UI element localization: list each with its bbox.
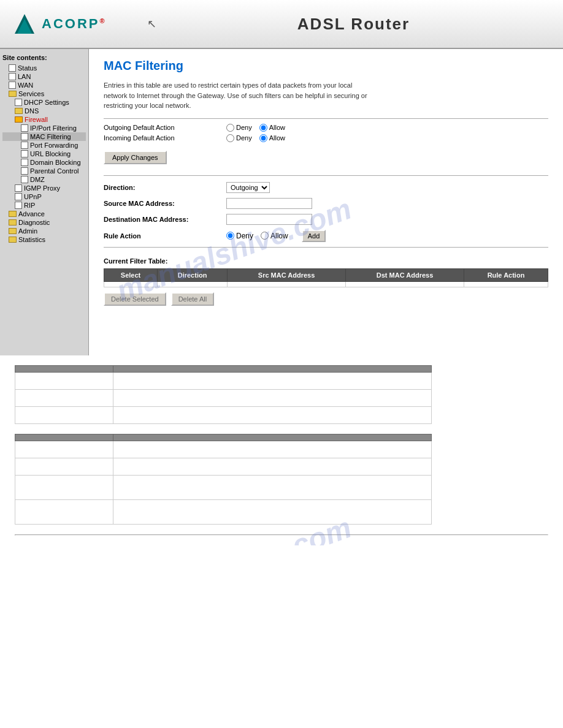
filter-table-title: Current Filter Table: — [104, 257, 548, 265]
page-icon — [21, 124, 28, 132]
rule-deny-input[interactable] — [226, 232, 234, 240]
extra-col2-header-2 — [113, 434, 431, 441]
page-icon — [21, 150, 28, 157]
page-icon — [9, 82, 16, 89]
incoming-allow-radio[interactable]: Allow — [259, 134, 285, 142]
sidebar: Site contents: Status LAN WAN Services D… — [0, 49, 89, 355]
add-button[interactable]: Add — [302, 230, 326, 242]
sidebar-item-rip[interactable]: RIP — [2, 201, 86, 210]
delete-all-button[interactable]: Delete All — [171, 292, 214, 306]
col-direction: Direction — [158, 268, 228, 281]
delete-selected-button[interactable]: Delete Selected — [104, 292, 166, 306]
rule-allow-input[interactable] — [261, 232, 269, 240]
outgoing-deny-label: Deny — [236, 124, 252, 131]
sidebar-item-wan[interactable]: WAN — [2, 81, 86, 89]
incoming-deny-input[interactable] — [226, 134, 234, 142]
logo-area: ACORP® — [12, 12, 135, 36]
sidebar-item-services[interactable]: Services — [2, 89, 86, 98]
rule-deny-radio[interactable]: Deny — [226, 232, 253, 240]
sidebar-item-diagnostic[interactable]: Diagnostic — [2, 218, 86, 227]
outgoing-deny-input[interactable] — [226, 124, 234, 132]
divider1 — [104, 118, 548, 119]
dst-mac-input[interactable] — [226, 214, 312, 225]
direction-select[interactable]: Outgoing Incoming — [226, 182, 270, 193]
footer-divider — [15, 534, 548, 536]
page-icon — [15, 184, 22, 192]
sidebar-item-statistics[interactable]: Statistics — [2, 235, 86, 244]
sidebar-item-mac[interactable]: MAC Filtering — [2, 132, 86, 141]
table-row — [104, 281, 548, 287]
col-rule-action: Rule Action — [464, 268, 548, 281]
rule-allow-radio[interactable]: Allow — [261, 232, 288, 240]
sidebar-label-igmp: IGMP Proxy — [24, 184, 60, 192]
incoming-radio-group: Deny Allow — [226, 134, 285, 142]
sidebar-item-dmz[interactable]: DMZ — [2, 175, 86, 184]
incoming-deny-label: Deny — [236, 134, 252, 142]
page-icon — [21, 133, 28, 140]
src-mac-input[interactable] — [226, 198, 312, 209]
extra-col1-header-2 — [15, 434, 113, 441]
sidebar-label-rip: RIP — [24, 202, 35, 209]
sidebar-item-firewall[interactable]: Firewall — [2, 115, 86, 124]
table-row — [15, 390, 432, 407]
sidebar-item-igmp[interactable]: IGMP Proxy — [2, 184, 86, 192]
sidebar-label-urlblocking: URL Blocking — [30, 150, 71, 157]
table-row — [15, 476, 432, 500]
outgoing-allow-radio[interactable]: Allow — [259, 124, 285, 132]
sidebar-item-urlblocking[interactable]: URL Blocking — [2, 150, 86, 158]
sidebar-item-upnp[interactable]: UPnP — [2, 192, 86, 201]
extra-table-section-2 — [15, 434, 548, 525]
col-src-mac: Src MAC Address — [228, 268, 346, 281]
page-icon — [21, 176, 28, 183]
direction-label: Direction: — [104, 184, 226, 191]
outgoing-deny-radio[interactable]: Deny — [226, 124, 252, 132]
page-icon — [15, 99, 22, 106]
content-area: MAC Filtering Entries in this table are … — [89, 49, 563, 355]
sidebar-item-ipport[interactable]: IP/Port Filtering — [2, 124, 86, 132]
incoming-allow-input[interactable] — [259, 134, 267, 142]
incoming-action-label: Incoming Default Action — [104, 134, 226, 142]
col-select: Select — [104, 268, 158, 281]
col-dst-mac: Dst MAC Address — [346, 268, 464, 281]
sidebar-label-advance: Advance — [18, 210, 45, 218]
sidebar-label-parental: Parental Control — [30, 167, 79, 175]
sidebar-label-domainblocking: Domain Blocking — [30, 159, 81, 166]
logo-text: ACORP® — [42, 16, 107, 32]
sidebar-label-dhcp: DHCP Settings — [24, 99, 69, 106]
extra-col2-header — [113, 366, 431, 373]
folder-icon — [9, 211, 17, 217]
table-row — [15, 407, 432, 424]
outgoing-allow-input[interactable] — [259, 124, 267, 132]
outgoing-action-label: Outgoing Default Action — [104, 124, 226, 131]
sidebar-item-domainblocking[interactable]: Domain Blocking — [2, 158, 86, 167]
rule-allow-label: Allow — [270, 232, 288, 240]
incoming-deny-radio[interactable]: Deny — [226, 134, 252, 142]
sidebar-item-lan[interactable]: LAN — [2, 72, 86, 81]
rule-action-label: Rule Action — [104, 232, 226, 240]
sidebar-item-advance[interactable]: Advance — [2, 210, 86, 218]
filter-table-section: Current Filter Table: Select Direction S… — [104, 257, 548, 306]
incoming-action-row: Incoming Default Action Deny Allow — [104, 134, 548, 142]
rule-deny-label: Deny — [236, 232, 253, 240]
page-icon — [15, 202, 22, 209]
outgoing-radio-group: Deny Allow — [226, 124, 285, 132]
folder-icon — [9, 237, 17, 243]
table-row — [15, 441, 432, 458]
sidebar-item-admin[interactable]: Admin — [2, 227, 86, 235]
table-row — [15, 500, 432, 525]
page-icon — [9, 73, 16, 80]
apply-changes-button[interactable]: Apply Changes — [104, 151, 167, 164]
sidebar-item-parental[interactable]: Parental Control — [2, 167, 86, 175]
sidebar-item-dns[interactable]: DNS — [2, 107, 86, 115]
sidebar-item-status[interactable]: Status — [2, 64, 86, 72]
page-header-title: ADSL Router — [156, 15, 551, 34]
sidebar-item-dhcp[interactable]: DHCP Settings — [2, 98, 86, 107]
sidebar-item-portfwd[interactable]: Port Forwarding — [2, 141, 86, 150]
src-mac-row: Source MAC Address: — [104, 198, 548, 209]
divider2 — [104, 175, 548, 176]
sidebar-label-dmz: DMZ — [30, 176, 45, 183]
sidebar-label-services: Services — [18, 90, 44, 97]
page-icon — [21, 167, 28, 175]
incoming-allow-label: Allow — [269, 134, 285, 142]
filter-table: Select Direction Src MAC Address Dst MAC… — [104, 268, 548, 287]
